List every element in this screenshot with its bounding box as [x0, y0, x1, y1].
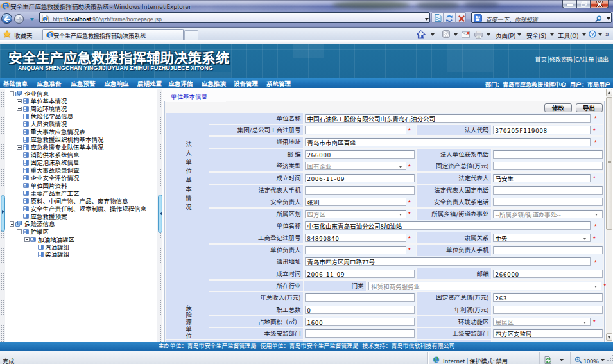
svg-text:?: ?: [591, 31, 594, 37]
